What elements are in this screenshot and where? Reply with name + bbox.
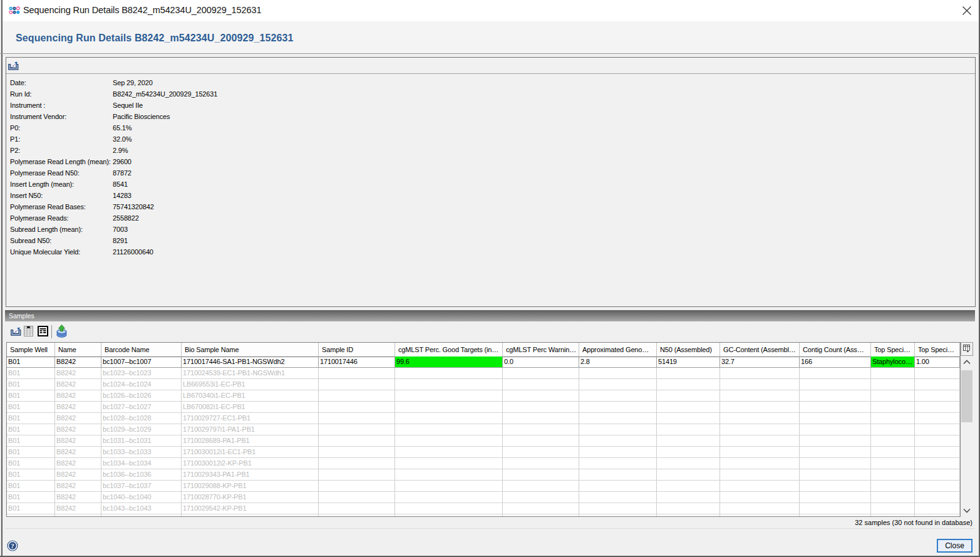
svg-text:?: ? [11,542,14,549]
